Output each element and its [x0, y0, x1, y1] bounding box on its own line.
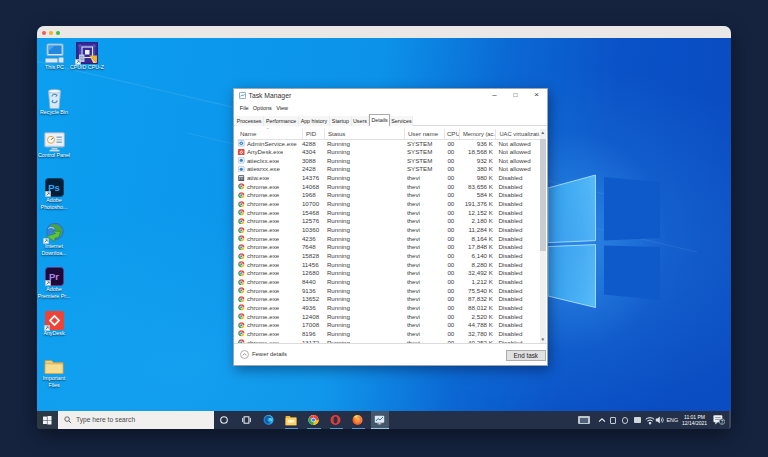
svg-text:7: 7 — [721, 419, 724, 425]
